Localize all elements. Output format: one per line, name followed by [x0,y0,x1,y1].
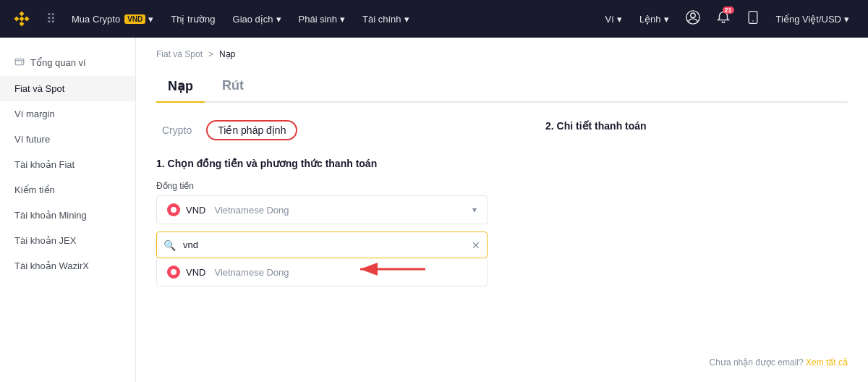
selected-currency-name: Vietnamese Dong [214,205,289,216]
nav-thi-truong[interactable]: Thị trường [163,9,222,29]
nav-language[interactable]: Tiếng Việt/USD ▾ [769,9,856,29]
sidebar-label: Tài khoản WazirX [14,260,89,271]
svg-point-9 [752,20,754,22]
nav-tai-chinh[interactable]: Tài chính ▾ [355,9,416,29]
select-arrow-icon: ▾ [472,205,477,215]
grid-icon[interactable]: ⠿ [46,11,56,27]
tab-rut[interactable]: Rút [210,71,255,103]
sidebar-label: Tổng quan ví [30,57,86,68]
sidebar-item-tai-khoan-fiat[interactable]: Tài khoản Fiat [0,152,135,177]
step2-title: 2. Chi tiết thanh toán [545,120,848,132]
dropdown-item-vnd[interactable]: VND Vietnamese Dong [157,258,487,286]
sidebar-item-tai-khoan-mining[interactable]: Tài khoản Mining [0,203,135,228]
phone-icon-btn[interactable] [740,6,766,33]
page-tabs: Nạp Rút [156,71,848,103]
svg-point-7 [690,13,694,17]
sidebar: Tổng quan ví Fiat và Spot Ví margin Ví f… [0,38,136,382]
currency-field-label: Đồng tiền [156,181,488,191]
sidebar-label: Tài khoản JEX [14,235,76,246]
search-input[interactable] [156,232,488,258]
sidebar-label: Kiếm tiền [14,184,55,195]
notification-badge: 21 [723,7,734,14]
notification-icon-btn[interactable]: 21 [710,5,737,33]
nav-phai-sinh[interactable]: Phái sinh ▾ [292,9,352,29]
nav-mua-crypto[interactable]: Mua Crypto VND ▾ [64,9,161,29]
sidebar-item-tong-quan[interactable]: Tổng quan ví [0,49,135,76]
tab-nap[interactable]: Nạp [156,71,205,103]
dropdown-currency-dot [167,266,180,279]
nav-giao-dich[interactable]: Giao dịch ▾ [226,9,289,29]
svg-point-11 [21,62,22,64]
sidebar-label: Ví margin [14,109,55,119]
sidebar-item-vi-margin[interactable]: Ví margin [0,101,135,127]
breadcrumb-current: Nạp [219,49,235,59]
sidebar-label: Ví future [14,134,50,145]
svg-rect-10 [15,59,24,65]
sidebar-label: Fiat và Spot [14,83,64,94]
breadcrumb: Fiat và Spot > Nạp [156,49,848,59]
form-right: 2. Chi tiết thanh toán [516,120,848,286]
form-left: Crypto Tiền pháp định 1. Chọn đồng tiền … [156,120,488,286]
user-icon-btn[interactable] [679,5,707,33]
sidebar-item-kiem-tien[interactable]: Kiếm tiền [0,177,135,203]
currency-dot-icon [167,203,180,216]
sidebar-item-tai-khoan-wazirx[interactable]: Tài khoản WazirX [0,253,135,279]
nav-vi[interactable]: Ví ▾ [598,9,629,29]
bottom-notice: Chưa nhận được email? Xem tất cả [710,357,848,368]
brand-logo[interactable] [12,9,32,29]
crypto-tabs: Crypto Tiền pháp định [156,120,488,140]
search-icon: 🔍 [163,239,176,251]
form-section: Crypto Tiền pháp định 1. Chọn đồng tiền … [156,120,848,286]
breadcrumb-parent[interactable]: Fiat và Spot [156,49,203,59]
selected-currency-code: VND [186,205,205,216]
dropdown-name: Vietnamese Dong [214,267,289,278]
bottom-notice-link[interactable]: Xem tất cả [806,357,848,368]
main-layout: Tổng quan ví Fiat và Spot Ví margin Ví f… [0,38,868,382]
search-container: 🔍 ✕ [156,232,488,258]
tab-tien-phap-dinh[interactable]: Tiền pháp định [206,120,297,140]
dropdown-list: VND Vietnamese Dong [156,258,488,286]
breadcrumb-separator: > [208,49,213,59]
nav-right: Ví ▾ Lệnh ▾ 21 [598,5,856,33]
dropdown-code: VND [186,267,205,278]
sidebar-item-tai-khoan-jex[interactable]: Tài khoản JEX [0,228,135,253]
navbar: ⠿ Mua Crypto VND ▾ Thị trường Giao dịch … [0,0,868,38]
wallet-icon [14,56,25,69]
tab-crypto[interactable]: Crypto [156,122,197,139]
step1-title: 1. Chọn đồng tiền và phương thức thanh t… [156,158,488,169]
sidebar-item-fiat-spot[interactable]: Fiat và Spot [0,76,135,101]
search-clear-icon[interactable]: ✕ [472,239,480,251]
content-area: Fiat và Spot > Nạp Nạp Rút Crypto [136,38,868,382]
nav-lenh[interactable]: Lệnh ▾ [632,9,676,29]
sidebar-item-vi-future[interactable]: Ví future [0,127,135,152]
currency-select[interactable]: VND Vietnamese Dong ▾ [156,195,488,224]
sidebar-label: Tài khoản Mining [14,210,87,221]
sidebar-label: Tài khoản Fiat [14,159,75,170]
